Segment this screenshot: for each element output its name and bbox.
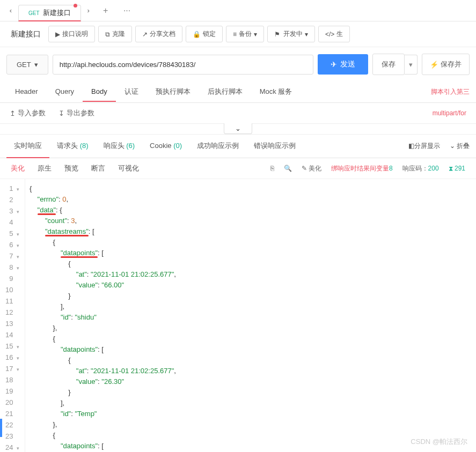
clone-button[interactable]: ⧉克隆 (98, 26, 132, 42)
code-line: "id": "Temp" (30, 409, 176, 419)
send-button[interactable]: ✈ 发送 (318, 54, 368, 75)
split-icon: ◧ (408, 142, 414, 150)
tab-request-headers[interactable]: 请求头 (8) (49, 135, 96, 158)
export-params-button[interactable]: ↧ 导出参数 (58, 108, 94, 118)
api-name: 新建接口 (6, 29, 45, 39)
line-number: 3 ▾ (5, 206, 21, 217)
add-tab-button[interactable]: + (97, 2, 114, 19)
tab-realtime[interactable]: 实时响应 (6, 135, 49, 158)
tab-next-button[interactable]: › (82, 4, 95, 17)
code-line: "datastreams": [ (30, 226, 176, 237)
tab-query[interactable]: Query (47, 82, 83, 102)
save-dropdown-button[interactable]: ▾ (405, 55, 418, 75)
line-number: 20 (5, 397, 21, 409)
chevron-down-icon: ▾ (34, 61, 38, 69)
gutter: 1 ▾2 3 ▾4 5 ▾6 ▾7 ▾8 ▾9 10 11 12 13 14 1… (0, 179, 25, 452)
line-number: 1 ▾ (5, 183, 21, 195)
db-icon: ≡ (233, 31, 237, 38)
tab-error-example[interactable]: 错误响应示例 (246, 135, 303, 158)
line-number: 11 (5, 296, 21, 307)
tab-mock[interactable]: Mock 服务 (251, 81, 301, 103)
request-tabs: Header Query Body 认证 预执行脚本 后执行脚本 Mock 服务… (0, 81, 476, 103)
panel-divider: ⌄ (0, 123, 476, 135)
response-tabs: 实时响应 请求头 (8) 响应头 (6) Cookie (0) 成功响应示例 错… (0, 135, 476, 158)
copy-button[interactable]: ⎘ (270, 165, 274, 172)
view-visual[interactable]: 可视化 (118, 164, 139, 173)
import-params-button[interactable]: ↥ 导入参数 (10, 108, 46, 118)
code-line: } (30, 387, 176, 398)
script-link[interactable]: 脚本引入第三 (431, 87, 470, 97)
view-preview[interactable]: 预览 (64, 164, 78, 173)
tab-bar: ‹ GET 新建接口 › + ··· (0, 0, 476, 21)
tab-postscript[interactable]: 后执行脚本 (199, 81, 251, 103)
url-input[interactable] (53, 55, 313, 75)
code-line: "datapoints": [ (30, 344, 176, 355)
code-content: { "errno": 0, "data": { "count": 3, "dat… (25, 179, 176, 452)
wand-icon: ✎ (302, 165, 309, 172)
tab-title: 新建接口 (43, 8, 71, 18)
tab-header[interactable]: Header (6, 82, 47, 102)
bind-var-button[interactable]: 绑响应时结果间变量8 (331, 164, 393, 173)
search-button[interactable]: 🔍 (284, 165, 292, 172)
code-line: "at": "2021-11-01 21:02:25.677", (30, 269, 176, 280)
api-tab[interactable]: GET 新建接口 (18, 5, 81, 21)
code-line: { (30, 258, 176, 269)
view-pretty[interactable]: 美化 (11, 164, 25, 173)
response-time: ⧗ 291 (449, 165, 465, 172)
chevron-down-icon: ▾ (305, 31, 308, 38)
view-raw[interactable]: 原生 (38, 164, 52, 173)
send-icon: ✈ (331, 60, 337, 69)
tab-response-headers[interactable]: 响应头 (6) (96, 135, 143, 158)
code-line: "value": "26.30" (30, 376, 176, 387)
unsaved-dot-icon (74, 4, 77, 8)
line-number: 23 (5, 431, 21, 442)
line-number: 12 (5, 307, 21, 318)
share-button[interactable]: ↗分享文档 (135, 26, 182, 42)
tab-success-example[interactable]: 成功响应示例 (189, 135, 246, 158)
tab-body[interactable]: Body (83, 82, 116, 102)
line-number: 21 (5, 409, 21, 420)
save-button[interactable]: 保存 (372, 54, 405, 75)
chevron-down-icon: ▾ (254, 31, 257, 38)
line-number: 24 ▾ (5, 442, 21, 452)
split-view-button[interactable]: ◧分屏显示 (408, 142, 440, 151)
beautify-button[interactable]: ✎ 美化 (302, 164, 321, 173)
tab-more-button[interactable]: ··· (119, 2, 136, 19)
share-icon: ↗ (142, 31, 148, 38)
line-number: 5 ▾ (5, 228, 21, 240)
code-icon: </> (325, 31, 334, 38)
dev-status-button[interactable]: 开发中 ▾ (267, 26, 315, 42)
generate-button[interactable]: </>生 (318, 26, 350, 42)
line-number: 8 ▾ (5, 262, 21, 273)
line-number: 15 ▾ (5, 341, 21, 352)
lock-icon: 🔒 (193, 31, 201, 38)
line-number: 17 ▾ (5, 364, 21, 375)
toolbar: 新建接口 ▶接口说明 ⧉克隆 ↗分享文档 🔒锁定 ≡备份 ▾ 开发中 ▾ </>… (0, 21, 476, 47)
code-line: }, (30, 419, 176, 430)
backup-button[interactable]: ≡备份 ▾ (226, 26, 264, 42)
tab-prev-button[interactable]: ‹ (4, 4, 17, 17)
tab-auth[interactable]: 认证 (116, 81, 147, 103)
line-number: 9 (5, 273, 21, 285)
code-line: "datapoints": [ (30, 441, 176, 451)
line-number: 2 (5, 195, 21, 206)
tab-cookie[interactable]: Cookie (0) (142, 135, 189, 157)
method-select[interactable]: GET ▾ (6, 55, 48, 75)
play-icon: ▶ (55, 31, 60, 38)
code-line: "count": 3, (30, 216, 176, 226)
desc-button[interactable]: ▶接口说明 (48, 26, 95, 42)
code-line: ], (30, 398, 176, 409)
line-number: 16 ▾ (5, 352, 21, 364)
tab-prescript[interactable]: 预执行脚本 (147, 81, 199, 103)
fold-button[interactable]: ⌄ 折叠 (450, 142, 470, 151)
line-number: 18 (5, 375, 21, 386)
io-row: ↥ 导入参数 ↧ 导出参数 multipart/for (0, 103, 476, 123)
code-editor[interactable]: 1 ▾2 3 ▾4 5 ▾6 ▾7 ▾8 ▾9 10 11 12 13 14 1… (0, 179, 476, 452)
view-assert[interactable]: 断言 (91, 164, 105, 173)
line-number: 10 (5, 285, 21, 296)
save-and-button[interactable]: ⚡ 保存并 (422, 54, 470, 75)
line-number: 22 (5, 420, 21, 431)
expand-handle[interactable]: ⌄ (224, 123, 252, 134)
lock-button[interactable]: 🔒锁定 (186, 26, 223, 42)
content-type-link[interactable]: multipart/for (433, 109, 466, 117)
